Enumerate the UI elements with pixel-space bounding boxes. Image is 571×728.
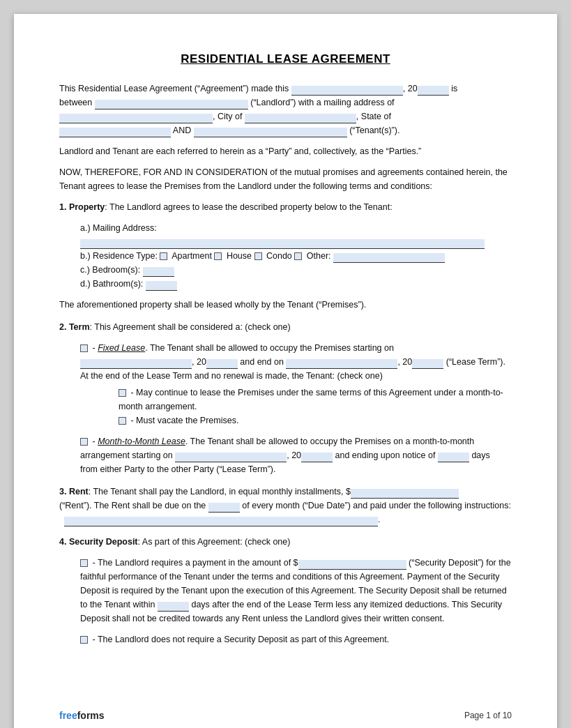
month-start-year[interactable] xyxy=(301,453,333,462)
brand-logo: freeforms xyxy=(59,710,105,721)
mailing-address-field[interactable] xyxy=(59,114,213,123)
section1: 1. Property: The Landlord agrees to leas… xyxy=(59,200,512,312)
section4: 4. Security Deposit: As part of this Agr… xyxy=(59,535,512,646)
security-deposit-checkbox[interactable] xyxy=(80,559,88,567)
parties-paragraph: Landlord and Tenant are each referred to… xyxy=(59,144,512,158)
section2-heading-line: 2. Term: This Agreement shall be conside… xyxy=(59,320,512,334)
fixed-option2-line: - Must vacate the Premises. xyxy=(119,414,512,427)
no-security-deposit-checkbox[interactable] xyxy=(80,636,88,644)
fixed-lease-checkbox[interactable] xyxy=(80,344,88,352)
fixed-end-year[interactable] xyxy=(412,359,443,369)
section4-option2: - The Landlord does not require a Securi… xyxy=(59,632,512,646)
due-date-field[interactable] xyxy=(208,503,240,513)
tenant-name-field[interactable] xyxy=(194,128,347,137)
now-therefore-paragraph: NOW, THEREFORE, FOR AND IN CONSIDERATION… xyxy=(59,165,512,193)
date-field[interactable] xyxy=(291,86,403,96)
section1-heading-line: 1. Property: The Landlord agrees to leas… xyxy=(59,200,512,214)
mailing-address-input[interactable] xyxy=(80,239,485,249)
brand-free: free xyxy=(59,710,77,721)
section2: 2. Term: This Agreement shall be conside… xyxy=(59,320,512,476)
city-field[interactable] xyxy=(245,114,356,123)
month-days-field[interactable] xyxy=(438,453,469,462)
landlord-name-field[interactable] xyxy=(95,100,248,109)
condo-checkbox[interactable] xyxy=(254,252,262,260)
section1-item-b: b.) Residence Type: Apartment House Cond… xyxy=(80,249,512,263)
section1-item-a: a.) Mailing Address: xyxy=(80,221,512,249)
fixed-option1-line: - May continue to lease the Premises und… xyxy=(119,386,512,414)
document-title: RESIDENTIAL LEASE AGREEMENT xyxy=(59,52,512,66)
section4-heading-line: 4. Security Deposit: As part of this Agr… xyxy=(59,535,512,549)
fixed-lease-block: - Fixed Lease. The Tenant shall be allow… xyxy=(59,341,512,427)
month-lease-checkbox[interactable] xyxy=(80,438,88,446)
month-lease-block: - Month-to-Month Lease. The Tenant shall… xyxy=(59,434,512,476)
fixed-end-field[interactable] xyxy=(286,359,397,369)
other-checkbox[interactable] xyxy=(294,252,302,260)
section1-item-c: c.) Bedroom(s): xyxy=(80,263,512,277)
other-type-field[interactable] xyxy=(333,253,445,263)
document-page: RESIDENTIAL LEASE AGREEMENT This Residen… xyxy=(14,14,557,728)
fixed-start-year[interactable] xyxy=(206,359,238,369)
section4-option1: - The Landlord requires a payment in the… xyxy=(59,556,512,625)
section1-item-d: d.) Bathroom(s): xyxy=(80,277,512,291)
state-field[interactable] xyxy=(59,128,171,137)
page-number: Page 1 of 10 xyxy=(464,711,512,720)
section1-items: a.) Mailing Address: b.) Residence Type:… xyxy=(59,221,512,291)
section1-footer: The aforementioned property shall be lea… xyxy=(59,298,512,312)
fixed-start-field[interactable] xyxy=(80,359,192,369)
security-days-field[interactable] xyxy=(158,602,189,612)
year-field[interactable] xyxy=(418,86,449,96)
section3: 3. Rent: The Tenant shall pay the Landlo… xyxy=(59,485,512,526)
section3-heading-line: 3. Rent: The Tenant shall pay the Landlo… xyxy=(59,485,512,526)
document-footer: freeforms Page 1 of 10 xyxy=(59,710,512,721)
rent-amount-field[interactable] xyxy=(351,489,459,499)
fixed-lease-options: - May continue to lease the Premises und… xyxy=(80,386,512,427)
brand-forms: forms xyxy=(77,710,105,721)
intro-paragraph: This Residential Lease Agreement (“Agree… xyxy=(59,82,512,137)
month-start-field[interactable] xyxy=(175,453,287,462)
security-deposit-amount[interactable] xyxy=(298,560,406,570)
fixed-lease-label: Fixed Lease xyxy=(98,343,145,353)
bathrooms-field[interactable] xyxy=(146,281,177,291)
fixed-option2-checkbox[interactable] xyxy=(119,417,126,425)
month-lease-label: Month-to-Month Lease xyxy=(98,437,185,446)
house-checkbox[interactable] xyxy=(214,252,222,260)
apartment-checkbox[interactable] xyxy=(160,252,167,260)
intro-line1: This Residential Lease Agreement (“Agree… xyxy=(59,84,289,93)
bedrooms-field[interactable] xyxy=(143,267,174,277)
fixed-option1-checkbox[interactable] xyxy=(119,389,126,397)
payment-instructions-field[interactable] xyxy=(64,517,378,526)
